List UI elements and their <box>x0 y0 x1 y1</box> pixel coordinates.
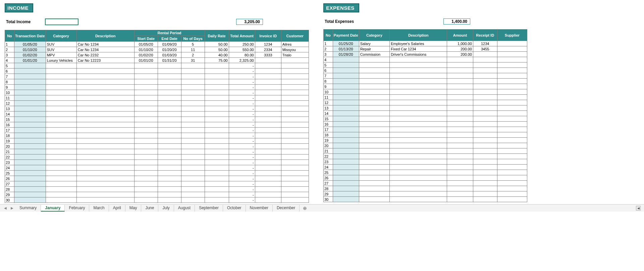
table-row[interactable]: 401/01/20Luxury VehiclesCar No 1222301/0… <box>5 58 309 63</box>
table-row[interactable]: 26 <box>324 175 527 181</box>
table-row[interactable]: 6- <box>5 69 309 74</box>
table-row[interactable]: 17- <box>5 128 309 133</box>
tab-may[interactable]: May <box>125 205 142 212</box>
table-row[interactable]: 301/28/20CommissionDriver's Commissions2… <box>324 52 527 57</box>
add-sheet-button[interactable]: ⊕ <box>300 206 310 211</box>
table-row[interactable]: 5 <box>324 62 527 68</box>
table-row[interactable]: 12 <box>324 100 527 105</box>
income-table[interactable]: No Transaction Date Category Description… <box>5 30 309 203</box>
table-row[interactable]: 5- <box>5 63 309 69</box>
table-row[interactable]: 13 <box>324 105 527 111</box>
table-row[interactable]: 16- <box>5 122 309 128</box>
table-row[interactable]: 15 <box>324 116 527 122</box>
table-row[interactable]: 10 <box>324 89 527 95</box>
table-row[interactable]: 30- <box>5 197 309 203</box>
table-row[interactable]: 30 <box>324 197 527 202</box>
tab-june[interactable]: June <box>141 205 158 212</box>
table-row[interactable]: 27 <box>324 181 527 186</box>
tab-january[interactable]: January <box>41 205 65 212</box>
horizontal-scrollbar[interactable]: ◀ <box>636 206 644 211</box>
table-row[interactable]: 8- <box>5 79 309 85</box>
table-row[interactable]: 29 <box>324 191 527 197</box>
table-row[interactable]: 29- <box>5 192 309 197</box>
col-total-amount[interactable]: Total Amount <box>229 30 255 42</box>
table-row[interactable]: 7 <box>324 73 527 79</box>
active-cell[interactable] <box>45 18 78 25</box>
table-row[interactable]: 17 <box>324 127 527 132</box>
col-amount[interactable]: Amount <box>447 30 473 41</box>
table-row[interactable]: 11- <box>5 95 309 101</box>
table-row[interactable]: 22 <box>324 154 527 159</box>
table-row[interactable]: 23 <box>324 159 527 165</box>
table-row[interactable]: 19- <box>5 138 309 144</box>
table-row[interactable]: 201/13/20RepairFixed Car 1234200.003455 <box>324 46 527 52</box>
col-no-of-days[interactable]: No of Days <box>181 36 205 42</box>
table-row[interactable]: 21 <box>324 148 527 154</box>
col-end-date[interactable]: End Date <box>158 36 181 42</box>
col-invoice-id[interactable]: Invoice ID <box>255 30 281 42</box>
table-row[interactable]: 25- <box>5 171 309 176</box>
tab-august[interactable]: August <box>174 205 195 212</box>
table-row[interactable]: 14- <box>5 111 309 117</box>
table-row[interactable]: 19 <box>324 138 527 143</box>
table-row[interactable]: 16 <box>324 122 527 127</box>
tab-september[interactable]: September <box>195 205 223 212</box>
tab-nav-prev-icon[interactable]: ◀ <box>2 206 9 210</box>
tab-november[interactable]: November <box>246 205 273 212</box>
table-row[interactable]: 10- <box>5 90 309 95</box>
table-row[interactable]: 11 <box>324 95 527 100</box>
scroll-left-icon[interactable]: ◀ <box>636 206 641 211</box>
table-row[interactable]: 101/25/20SalaryEmployee's Salaries1,000.… <box>324 41 527 46</box>
col-category[interactable]: Category <box>46 30 76 42</box>
table-row[interactable]: 23- <box>5 160 309 165</box>
table-row[interactable]: 8 <box>324 79 527 84</box>
table-row[interactable]: 15- <box>5 117 309 122</box>
col-receipt-id[interactable]: Receipt ID <box>473 30 497 41</box>
tab-february[interactable]: February <box>65 205 89 212</box>
col-description[interactable]: Description <box>390 30 447 41</box>
tab-april[interactable]: April <box>109 205 125 212</box>
tab-october[interactable]: October <box>223 205 246 212</box>
table-row[interactable]: 20- <box>5 144 309 149</box>
col-category[interactable]: Category <box>359 30 390 41</box>
table-row[interactable]: 20 <box>324 143 527 148</box>
table-row[interactable]: 6 <box>324 68 527 73</box>
table-row[interactable]: 201/10/20SUVCar No 123401/10/2001/20/201… <box>5 47 309 52</box>
tab-march[interactable]: March <box>89 205 109 212</box>
expenses-table[interactable]: No Payment Date Category Description Amo… <box>323 29 527 202</box>
table-row[interactable]: 9 <box>324 84 527 89</box>
tab-nav-next-icon[interactable]: ▶ <box>9 206 15 210</box>
col-txn-date[interactable]: Transaction Date <box>14 30 46 42</box>
col-customer[interactable]: Customer <box>281 30 309 42</box>
table-row[interactable]: 24- <box>5 165 309 171</box>
table-row[interactable]: 13- <box>5 106 309 111</box>
table-row[interactable]: 24 <box>324 165 527 170</box>
table-row[interactable]: 27- <box>5 181 309 187</box>
tab-december[interactable]: December <box>273 205 300 212</box>
table-row[interactable]: 18 <box>324 132 527 138</box>
table-row[interactable]: 21- <box>5 149 309 154</box>
col-supplier[interactable]: Supplier <box>497 30 527 41</box>
col-payment-date[interactable]: Payment Date <box>333 30 359 41</box>
table-row[interactable]: 18- <box>5 133 309 138</box>
table-row[interactable]: 101/05/20SUVCar No 123401/05/2001/09/205… <box>5 42 309 47</box>
table-row[interactable]: 301/02/20MPVCar No 223201/02/2001/03/202… <box>5 52 309 58</box>
col-rental-period[interactable]: Rental Period <box>134 30 205 36</box>
col-no[interactable]: No <box>5 30 14 42</box>
table-row[interactable]: 7- <box>5 74 309 79</box>
table-row[interactable]: 28- <box>5 187 309 192</box>
table-row[interactable]: 9- <box>5 85 309 90</box>
table-row[interactable]: 22- <box>5 154 309 160</box>
col-description[interactable]: Description <box>76 30 134 42</box>
table-row[interactable]: 14 <box>324 111 527 116</box>
col-daily-rate[interactable]: Daily Rate <box>205 30 229 42</box>
table-row[interactable]: 28 <box>324 186 527 191</box>
col-start-date[interactable]: Start Date <box>134 36 158 42</box>
col-no[interactable]: No <box>324 30 333 41</box>
tab-summary[interactable]: Summary <box>15 205 41 212</box>
table-row[interactable]: 4 <box>324 57 527 62</box>
table-row[interactable]: 25 <box>324 170 527 175</box>
tab-july[interactable]: July <box>158 205 174 212</box>
table-row[interactable]: 26- <box>5 176 309 181</box>
table-row[interactable]: 12- <box>5 101 309 106</box>
